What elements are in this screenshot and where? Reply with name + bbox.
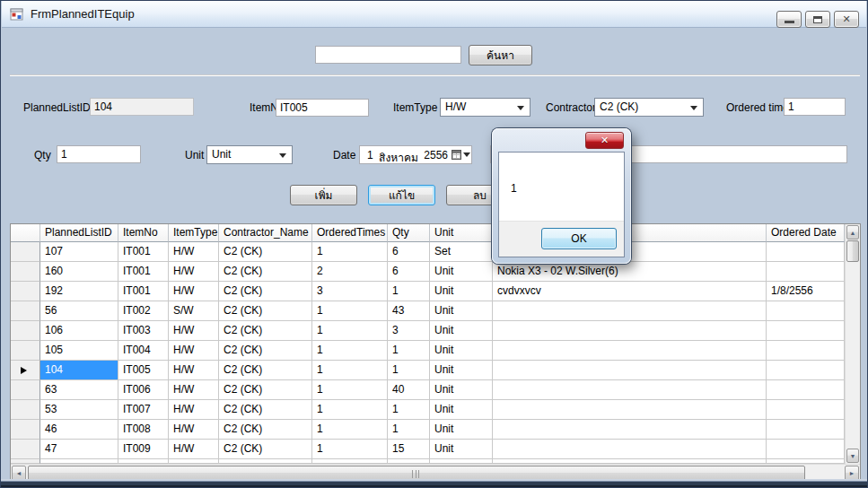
grid-cell[interactable]: Unit	[430, 262, 493, 282]
grid-cell[interactable]: 1	[388, 420, 430, 440]
grid-cell[interactable]: H/W	[169, 321, 219, 341]
column-header-Qty[interactable]: Qty	[388, 224, 430, 242]
item-no-field[interactable]	[276, 99, 369, 117]
qty-field[interactable]	[57, 145, 141, 163]
contractor-combobox[interactable]: C2 (CK)	[594, 98, 704, 117]
ordered-time-field[interactable]	[784, 98, 846, 116]
grid-cell[interactable]: 3	[388, 321, 430, 341]
grid-cell[interactable]: C2 (CK)	[219, 341, 312, 361]
grid-cell[interactable]	[493, 301, 767, 321]
row-selector[interactable]	[11, 262, 40, 282]
grid-cell[interactable]: H/W	[169, 262, 219, 282]
grid-cell[interactable]: 1	[312, 321, 388, 341]
grid-cell[interactable]: C2 (CK)	[219, 440, 312, 459]
row-selector[interactable]	[11, 242, 40, 262]
grid-cell[interactable]: 1	[312, 420, 388, 440]
grid-cell[interactable]	[493, 440, 767, 459]
grid-cell[interactable]: 1	[312, 440, 388, 459]
grid-cell[interactable]: IT007	[118, 400, 169, 420]
grid-cell[interactable]: C2 (CK)	[219, 361, 312, 380]
grid-cell[interactable]: 1	[312, 301, 388, 321]
close-button[interactable]: ✕	[834, 11, 859, 28]
grid-cell[interactable]: Unit	[430, 380, 493, 400]
grid-cell[interactable]: IT003	[118, 321, 169, 341]
add-button[interactable]: เพิ่ม	[290, 185, 357, 205]
grid-cell[interactable]: C2 (CK)	[219, 400, 312, 420]
grid-cell[interactable]: Unit	[430, 361, 493, 380]
grid-cell[interactable]: Nokia X3 - 02 W.Silver(6)	[493, 262, 767, 282]
grid-cell[interactable]	[493, 361, 767, 380]
dialog-ok-button[interactable]: OK	[541, 228, 617, 249]
grid-cell[interactable]: C2 (CK)	[219, 301, 312, 321]
grid-cell[interactable]: IT009	[118, 440, 169, 459]
grid-cell[interactable]	[767, 262, 845, 282]
unit-combobox[interactable]: Unit	[206, 145, 293, 164]
grid-cell[interactable]: 160	[40, 262, 118, 282]
row-selector[interactable]	[11, 361, 40, 380]
grid-cell[interactable]: 40	[388, 380, 430, 400]
row-selector[interactable]	[11, 341, 40, 361]
grid-cell[interactable]: C2 (CK)	[219, 242, 312, 262]
grid-cell[interactable]: 6	[388, 242, 430, 262]
grid-cell[interactable]: 1	[312, 361, 388, 380]
column-header-Ordered Date[interactable]: Ordered Date	[767, 224, 845, 242]
grid-cell[interactable]: C2 (CK)	[219, 282, 312, 301]
grid-cell[interactable]	[767, 440, 845, 459]
grid-cell[interactable]: 192	[40, 282, 118, 301]
grid-cell[interactable]: 105	[40, 341, 118, 361]
grid-cell[interactable]	[767, 321, 845, 341]
grid-cell[interactable]	[493, 321, 767, 341]
grid-cell[interactable]: cvdvxvcv	[493, 282, 767, 301]
search-input[interactable]	[315, 46, 461, 64]
grid-cell[interactable]: Unit	[430, 420, 493, 440]
grid-cell[interactable]: Unit	[430, 282, 493, 301]
grid-cell[interactable]: C2 (CK)	[219, 321, 312, 341]
titlebar[interactable]: FrmPlannedITEquip ✕	[2, 1, 866, 28]
grid-cell[interactable]	[493, 341, 767, 361]
grid-cell[interactable]: 104	[40, 361, 118, 380]
grid-cell[interactable]: H/W	[169, 361, 219, 380]
column-header-OrderedTimes[interactable]: OrderedTimes	[312, 224, 388, 242]
grid-cell[interactable]: H/W	[169, 440, 219, 459]
grid-cell[interactable]: IT001	[118, 282, 169, 301]
column-header-ItemType[interactable]: ItemType	[169, 224, 219, 242]
column-header-Contractor_Name[interactable]: Contractor_Name	[219, 224, 312, 242]
grid-cell[interactable]: IT008	[118, 420, 169, 440]
grid-cell[interactable]: Set	[430, 242, 493, 262]
grid-cell[interactable]: H/W	[169, 242, 219, 262]
vertical-scroll-thumb[interactable]	[846, 240, 859, 262]
item-type-combobox[interactable]: H/W	[440, 98, 530, 117]
grid-cell[interactable]: H/W	[169, 420, 219, 440]
grid-cell[interactable]: 46	[40, 420, 118, 440]
grid-cell[interactable]: H/W	[169, 380, 219, 400]
grid-cell[interactable]	[493, 400, 767, 420]
grid-cell[interactable]	[767, 400, 845, 420]
grid-cell[interactable]: 1	[312, 242, 388, 262]
grid-cell[interactable]: Unit	[430, 341, 493, 361]
column-header-PlannedListID[interactable]: PlannedListID	[40, 224, 118, 242]
grid-cell[interactable]: C2 (CK)	[219, 380, 312, 400]
grid-cell[interactable]	[767, 420, 845, 440]
date-picker-dropdown[interactable]	[450, 146, 471, 163]
grid-cell[interactable]: S/W	[169, 301, 219, 321]
grid-cell[interactable]	[767, 341, 845, 361]
grid-cell[interactable]: 6	[388, 262, 430, 282]
scroll-up-button[interactable]: ▲	[846, 225, 859, 240]
grid-cell[interactable]: 1	[312, 380, 388, 400]
row-selector[interactable]	[11, 380, 40, 400]
grid-cell[interactable]: 43	[388, 301, 430, 321]
grid-cell[interactable]	[767, 301, 845, 321]
grid-cell[interactable]: 1	[388, 361, 430, 380]
row-selector[interactable]	[11, 400, 40, 420]
grid-cell[interactable]: 2	[312, 262, 388, 282]
row-selector[interactable]	[11, 420, 40, 440]
grid-cell[interactable]	[767, 380, 845, 400]
scroll-down-button[interactable]: ▼	[846, 449, 859, 463]
grid-cell[interactable]: H/W	[169, 282, 219, 301]
planned-list-id-field[interactable]	[90, 98, 194, 116]
grid-cell[interactable]: 1	[312, 341, 388, 361]
row-selector[interactable]	[11, 321, 40, 341]
dialog-close-button[interactable]: ✕	[585, 132, 624, 149]
maximize-button[interactable]	[805, 11, 830, 28]
grid-cell[interactable]	[493, 380, 767, 400]
